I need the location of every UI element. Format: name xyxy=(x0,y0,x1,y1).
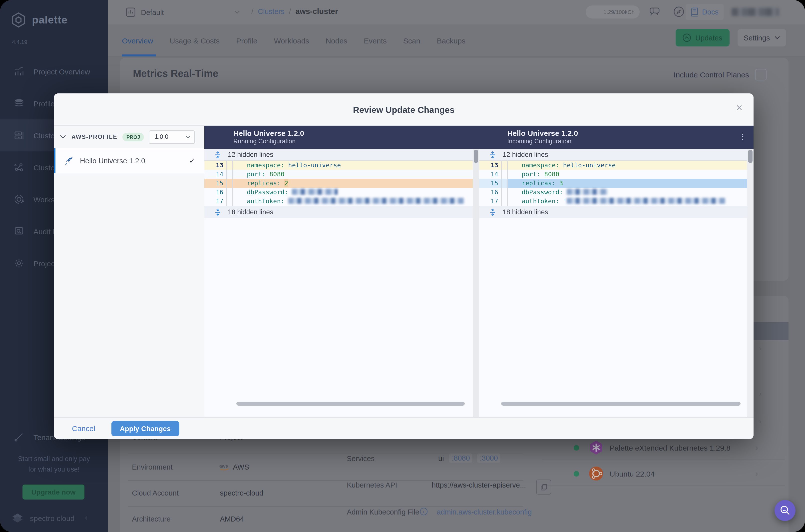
yaml-key: namespace: xyxy=(522,162,559,169)
chevron-right-icon: › xyxy=(755,443,758,452)
kubeconfig-link[interactable]: admin.aws-cluster.kubeconfig xyxy=(437,508,532,516)
user-account-redacted[interactable] xyxy=(732,8,779,16)
kebab-menu-icon[interactable]: ⋮ xyxy=(738,132,747,141)
settings-label: Settings xyxy=(744,34,770,42)
scrollbar-thumb[interactable] xyxy=(748,150,752,163)
pane-title: Hello Universe 1.2.0 xyxy=(507,129,578,137)
detail-value: AWS xyxy=(233,463,249,471)
code-line: 13 namespace: hello-universe xyxy=(204,161,473,170)
review-update-changes-modal: Review Update Changes × AWS-PROFILE PROJ… xyxy=(54,93,753,439)
code-line: 14 port: 8080 xyxy=(479,170,753,179)
yaml-key: port: xyxy=(247,170,266,178)
rocket-icon xyxy=(64,156,74,166)
code-line: 17 authToken: ' xyxy=(479,197,753,206)
project-scope-selector[interactable]: Default xyxy=(126,4,240,20)
code-line: 13 namespace: hello-universe xyxy=(479,161,753,170)
detail-label: Architecture xyxy=(132,515,171,523)
yaml-key: authToken: xyxy=(522,197,559,205)
line-number: 16 xyxy=(479,188,502,197)
detail-label: Environment xyxy=(132,463,173,471)
line-number: 16 xyxy=(204,188,227,197)
yaml-value: 8080 xyxy=(544,170,559,178)
tab-scan[interactable]: Scan xyxy=(403,36,420,45)
breadcrumb: / Clusters / aws-cluster xyxy=(251,7,338,16)
code-line: 16 dbPassword: xyxy=(204,188,473,197)
hidden-lines-label: 18 hidden lines xyxy=(228,208,273,216)
code-text: port: 8080 xyxy=(508,170,753,179)
tab-nodes[interactable]: Nodes xyxy=(325,36,347,45)
yaml-quote: ' xyxy=(563,197,567,205)
pack-row-ubuntu[interactable]: Ubuntu 22.04 › xyxy=(542,462,785,485)
hidden-lines-expander[interactable]: 18 hidden lines xyxy=(479,206,753,218)
pane-subtitle: Incoming Configuration xyxy=(507,138,578,145)
scrollbar-thumb[interactable] xyxy=(474,150,478,163)
yaml-value: 2 xyxy=(285,179,288,187)
yaml-key: authToken: xyxy=(247,197,285,205)
yaml-key: port: xyxy=(522,170,540,178)
chevron-down-icon[interactable] xyxy=(60,135,66,139)
sidebar-collapse-icon[interactable]: ‹ xyxy=(85,513,88,522)
breadcrumb-separator: / xyxy=(289,7,291,16)
hidden-lines-expander[interactable]: 12 hidden lines xyxy=(204,149,473,161)
incoming-config-pane: 12 hidden lines 13 namespace: hello-univ… xyxy=(479,149,753,418)
profiles-stack-icon xyxy=(14,98,24,109)
tab-workloads[interactable]: Workloads xyxy=(274,36,309,45)
tab-overview[interactable]: Overview xyxy=(122,36,153,45)
metrics-title: Metrics Real-Time xyxy=(133,68,218,79)
breadcrumb-separator: / xyxy=(251,7,253,16)
yaml-key: dbPassword: xyxy=(247,188,288,196)
help-compass-icon[interactable] xyxy=(673,6,685,18)
ubuntu-icon xyxy=(588,466,604,481)
service-port-link[interactable]: :8080 xyxy=(449,454,472,462)
updates-button[interactable]: Updates xyxy=(676,29,730,46)
tab-profile[interactable]: Profile xyxy=(236,36,257,45)
close-icon[interactable]: × xyxy=(736,102,743,113)
hidden-lines-expander[interactable]: 18 hidden lines xyxy=(204,206,473,218)
cluster-tabs-bar: Overview Usage & Costs Profile Workloads… xyxy=(108,24,805,57)
search-fab-button[interactable] xyxy=(774,500,795,521)
breadcrumb-clusters-link[interactable]: Clusters xyxy=(258,7,284,16)
chat-icon[interactable] xyxy=(649,6,661,18)
tab-backups[interactable]: Backups xyxy=(437,36,466,45)
code-text: replicas: 3 xyxy=(508,179,753,188)
app-version: 4.4.19 xyxy=(12,39,27,45)
detail-label: Cloud Account xyxy=(132,489,179,497)
topbar: Default / Clusters / aws-cluster 1.29/10… xyxy=(108,0,805,24)
divider xyxy=(542,486,785,486)
hidden-lines-expander[interactable]: 12 hidden lines xyxy=(479,149,753,161)
pack-row-kubernetes[interactable]: Palette eXtended Kubernetes 1.29.8 › xyxy=(542,436,785,459)
yaml-key: replicas: xyxy=(247,179,281,187)
apply-changes-button[interactable]: Apply Changes xyxy=(111,421,179,436)
horizontal-scrollbar[interactable] xyxy=(236,402,465,406)
divider xyxy=(542,460,785,460)
tab-events[interactable]: Events xyxy=(364,36,387,45)
detail-value: spectro-cloud xyxy=(220,489,263,497)
kubernetes-api-label: Kubernetes API xyxy=(347,481,397,489)
kubernetes-api-value: https://aws-cluster-apiserve... xyxy=(432,481,526,489)
incoming-config-header: Hello Universe 1.2.0 Incoming Configurat… xyxy=(507,129,578,145)
clusters-icon xyxy=(14,130,24,141)
usage-quota-value: 1.29/100kCh xyxy=(603,9,635,15)
settings-button[interactable]: Settings xyxy=(737,29,786,46)
profile-version-select[interactable]: 1.0.0 xyxy=(149,130,195,144)
docs-button[interactable]: Docs xyxy=(686,4,724,20)
tab-usage-costs[interactable]: Usage & Costs xyxy=(170,36,220,45)
diff-body: 12 hidden lines 13 namespace: hello-univ… xyxy=(204,149,753,418)
hidden-lines-label: 12 hidden lines xyxy=(228,151,273,158)
brand-name: spectro cloud xyxy=(30,514,74,522)
service-port-link[interactable]: :3000 xyxy=(477,454,501,462)
expand-lines-icon xyxy=(489,209,496,215)
gear-icon xyxy=(14,258,24,269)
upgrade-now-button[interactable]: Upgrade now xyxy=(22,484,85,499)
profile-list-item[interactable]: Hello Universe 1.2.0 ✓ xyxy=(54,148,204,173)
include-control-planes-checkbox[interactable] xyxy=(755,69,767,80)
check-icon: ✓ xyxy=(189,156,195,165)
chevron-down-icon xyxy=(774,36,780,39)
code-line: 16 dbPassword: xyxy=(479,188,753,197)
hidden-lines-label: 12 hidden lines xyxy=(503,151,548,158)
cancel-button[interactable]: Cancel xyxy=(72,424,95,433)
sidebar-item-project-overview[interactable]: Project Overview xyxy=(0,55,108,88)
horizontal-scrollbar[interactable] xyxy=(501,402,741,406)
code-line: 17 authToken: xyxy=(204,197,473,206)
yaml-value: 8080 xyxy=(269,170,284,178)
